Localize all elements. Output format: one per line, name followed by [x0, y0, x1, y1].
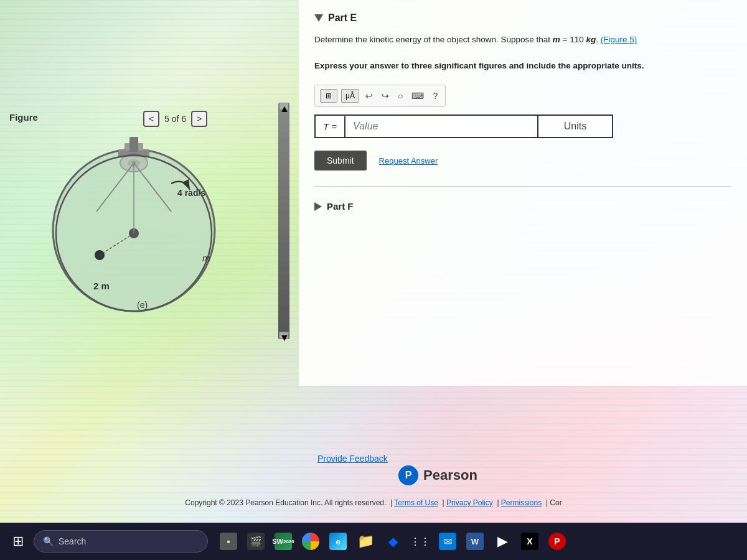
keyboard-button[interactable]: ⌨	[409, 90, 426, 102]
physics-diagram: 4 rad/s 2 m m	[37, 131, 230, 324]
media-player-button[interactable]: ▶	[489, 528, 515, 554]
figure-label: Figure	[9, 112, 38, 123]
windows-start-button[interactable]: ⊞	[5, 528, 31, 554]
redo-button[interactable]: ↪	[379, 90, 392, 102]
prev-figure-button[interactable]: <	[143, 111, 159, 127]
folder-icon: 📁	[357, 533, 374, 550]
svg-text:(e): (e)	[137, 300, 148, 310]
request-answer-link[interactable]: Request Answer	[379, 156, 438, 166]
scrollbar-up-arrow[interactable]: ▲	[279, 103, 289, 110]
privacy-link[interactable]: Privacy Policy	[446, 498, 493, 507]
svg-text:2 m: 2 m	[93, 281, 110, 291]
expand-part-f-icon[interactable]	[314, 202, 322, 211]
taskbar-app-icons: ▪ 🎬 SW2020 e 📁 ◆ ⋮⋮ ✉	[215, 528, 570, 554]
figure-link[interactable]: (Figure 5)	[601, 35, 637, 44]
answer-label: T =	[316, 116, 345, 137]
cor-text: Cor	[550, 498, 561, 507]
next-figure-button[interactable]: >	[191, 111, 207, 127]
edge-icon: e	[329, 533, 347, 550]
collapse-icon[interactable]	[314, 14, 323, 22]
pearson-taskbar-icon: P	[548, 533, 566, 550]
scrollbar-down-arrow[interactable]: ▼	[279, 332, 289, 339]
file-icon: ▪	[220, 533, 237, 550]
edge-button[interactable]: e	[325, 528, 351, 554]
svg-rect-3	[129, 137, 138, 152]
copyright-text: Copyright © 2023 Pearson Education Inc. …	[185, 498, 386, 507]
search-icon: 🔍	[43, 536, 54, 546]
dropbox-button[interactable]: ◆	[380, 528, 406, 554]
windows-icon: ⊞	[12, 533, 24, 549]
video-camera-icon: 🎬	[247, 533, 265, 550]
right-panel: Part E Determine the kinetic energy of t…	[299, 0, 747, 386]
question-text: Determine the kinetic energy of the obje…	[314, 33, 731, 47]
help-button[interactable]: ?	[430, 90, 440, 102]
refresh-button[interactable]: ○	[395, 90, 405, 102]
undo-button[interactable]: ↩	[363, 90, 375, 102]
mail-button[interactable]: ✉	[435, 528, 461, 554]
main-content: Figure < 5 of 6 >	[0, 0, 747, 523]
sw-icon: SW2020	[275, 533, 292, 550]
part-e-header: Part E	[314, 12, 731, 24]
mail-icon: ✉	[439, 533, 456, 550]
units-box[interactable]: Units	[537, 116, 612, 137]
grid-toolbar-button[interactable]: ⊞	[320, 89, 337, 103]
pearson-logo: P	[398, 465, 418, 485]
file-icon-button[interactable]: ▪	[215, 528, 242, 554]
instruction-strong: Express your answer to three significant…	[314, 61, 644, 70]
section-divider	[314, 186, 731, 187]
media-player-icon: ▶	[494, 533, 511, 550]
chrome-button[interactable]	[298, 528, 324, 554]
provide-feedback-link[interactable]: Provide Feedback	[317, 454, 388, 464]
part-f-title: Part F	[327, 201, 354, 212]
part-f-row: Part F	[314, 196, 731, 217]
search-bar-text: Search	[59, 536, 86, 546]
figure-diagram: 4 rad/s 2 m m	[37, 131, 230, 324]
part-e-title: Part E	[328, 12, 357, 24]
pearson-brand: P Pearson	[398, 465, 477, 485]
word-button[interactable]: W	[462, 528, 488, 554]
folder-button[interactable]: 📁	[352, 528, 378, 554]
x-icon: X	[521, 533, 538, 550]
figure-nav-label: 5 of 6	[164, 114, 186, 124]
submit-row: Submit Request Answer	[314, 151, 731, 170]
pearson-app-button[interactable]: P	[544, 528, 570, 554]
submit-button[interactable]: Submit	[314, 151, 367, 170]
video-camera-button[interactable]: 🎬	[243, 528, 269, 554]
mu-toolbar-button[interactable]: μÅ	[341, 89, 359, 103]
vertical-scrollbar[interactable]: ▲ ▼	[278, 103, 289, 339]
word-icon: W	[466, 533, 484, 550]
copyright-bar: Copyright © 2023 Pearson Education Inc. …	[0, 498, 747, 507]
figure-section: Figure < 5 of 6 >	[0, 0, 299, 386]
answer-input-row: T = Units	[314, 114, 613, 138]
grid-app-button[interactable]: ⋮⋮	[407, 528, 433, 554]
nav-controls: < 5 of 6 >	[143, 111, 207, 127]
question-main: Determine the kinetic energy of the obje…	[314, 35, 601, 44]
terms-link[interactable]: Terms of Use	[394, 498, 438, 507]
pearson-name: Pearson	[423, 467, 477, 483]
answer-toolbar: ⊞ μÅ ↩ ↪ ○ ⌨ ?	[314, 85, 446, 107]
svg-text:4 rad/s: 4 rad/s	[177, 188, 205, 198]
value-input[interactable]	[345, 116, 537, 137]
sw-app-button[interactable]: SW2020	[270, 528, 296, 554]
grid-icon: ⋮⋮	[411, 533, 429, 550]
x-app-button[interactable]: X	[517, 528, 543, 554]
chrome-icon	[302, 533, 319, 550]
permissions-link[interactable]: Permissions	[501, 498, 542, 507]
svg-text:m: m	[202, 253, 210, 263]
dropbox-icon: ◆	[384, 533, 402, 550]
taskbar-search-bar[interactable]: 🔍 Search	[34, 530, 208, 553]
instruction-text: Express your answer to three significant…	[314, 59, 731, 73]
taskbar: ⊞ 🔍 Search ▪ 🎬 SW2020 e 📁	[0, 523, 747, 560]
